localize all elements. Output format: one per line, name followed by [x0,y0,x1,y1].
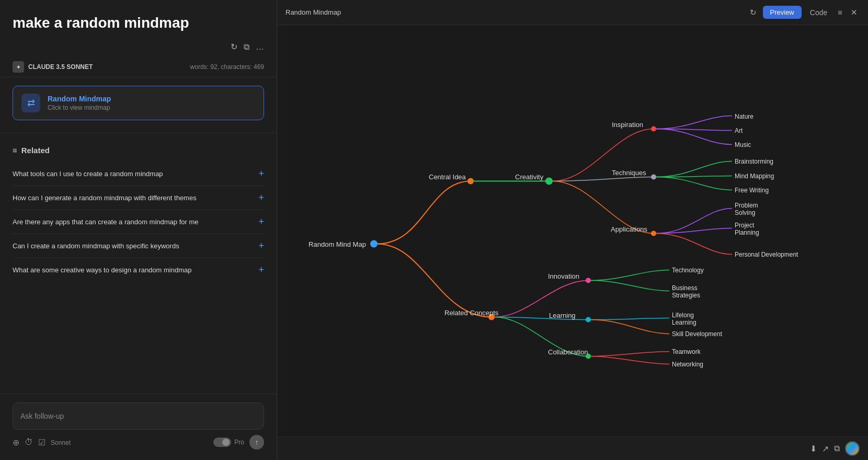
inspiration-node [651,126,656,132]
related-item-text: What are some creative ways to design a … [13,266,258,274]
techniques-label: Techniques [612,169,646,177]
skilldevelopment-label: Skill Development [672,330,723,338]
mindmap-card[interactable]: ⇄ Random Mindmap Click to view mindmap [13,86,264,120]
followup-input[interactable]: Ask follow-up [13,402,264,430]
businessstrategies-label2: Strategies [672,292,700,299]
related-item-plus-icon: + [258,216,264,227]
collaboration-label: Collaboration [548,348,588,356]
related-title: Related [21,146,50,155]
history-button[interactable]: ⏱ [25,438,33,447]
toggle-thumb [222,439,230,446]
more-button[interactable]: … [256,42,264,52]
central-label: Random Mind Map [309,240,366,248]
personaldevelopment-label: Personal Development [735,251,798,258]
send-button[interactable]: ↑ [249,435,264,450]
list-view-button[interactable]: ≡ [836,6,844,19]
projectplanning-label: Project [735,222,755,229]
teamwork-label: Teamwork [672,348,701,355]
businessstrategies-label: Business [672,284,698,292]
innovation-node [586,278,591,283]
mindmap-card-title: Random Mindmap [48,95,111,103]
applications-node [651,231,656,236]
mindmap-card-icon: ⇄ [21,94,40,112]
input-toolbar: ⊕ ⏱ ☑ Sonnet Pro ↑ [13,435,264,450]
toolbar: ↻ ⧉ … [0,42,277,57]
path-problemsolving [656,209,732,234]
add-button[interactable]: ⊕ [13,438,19,447]
sonnet-button[interactable]: Sonnet [51,438,71,447]
central-node [370,240,378,248]
model-name: CLAUDE 3.5 SONNET [28,63,93,71]
right-panel: Random Mindmap ↻ Preview Code ≡ ✕ .node-… [277,0,868,460]
input-area: Ask follow-up ⊕ ⏱ ☑ Sonnet Pro ↑ [0,394,277,460]
inspiration-label: Inspiration [612,121,643,129]
mindmapping-label: Mind Mapping [735,172,774,180]
model-badge: ✦ CLAUDE 3.5 SONNET [13,61,93,73]
learning-node [586,317,591,323]
nature-label: Nature [735,113,753,120]
refresh-button[interactable]: ↻ [231,42,237,52]
page-title: make a random mindmap [0,0,277,42]
list-button[interactable]: ☑ [38,438,45,447]
preview-actions: ↻ Preview Code ≡ ✕ [748,6,860,19]
related-item-text: What tools can I use to create a random … [13,170,258,178]
sonnet-label: Sonnet [51,439,71,446]
related-item-plus-icon: + [258,192,264,203]
path-brainstorming [656,162,732,177]
lifelonglearning-label2: Learning [672,319,696,326]
avatar [845,441,860,456]
code-tab[interactable]: Code [806,6,831,19]
path-techniques [553,177,654,181]
related-item-text: Are there any apps that can create a ran… [13,218,258,226]
path-related-concepts [378,244,492,317]
left-panel: make a random mindmap ↻ ⧉ … ✦ CLAUDE 3.5… [0,0,277,460]
art-label: Art [735,127,743,134]
related-item-text: How can I generate a random mindmap with… [13,194,258,202]
model-icon: ✦ [13,61,24,73]
close-button[interactable]: ✕ [849,6,860,19]
copy-button[interactable]: ⧉ [244,42,249,52]
path-lifelonglearning [591,318,669,320]
creativity-label: Creativity [515,173,544,181]
divider [0,133,277,133]
preview-header: Random Mindmap ↻ Preview Code ≡ ✕ [277,0,868,25]
related-item[interactable]: Are there any apps that can create a ran… [13,210,264,234]
mindmap-canvas: .node-label { fill: #e0e0e0; font-family… [277,25,868,436]
related-item-plus-icon: + [258,168,264,179]
preview-tab[interactable]: Preview [763,6,802,19]
preview-footer: ⬇ ↗ ⧉ [277,436,868,460]
input-placeholder: Ask follow-up [20,412,64,420]
applications-label: Applications [611,225,648,233]
technology-label: Technology [672,267,704,274]
path-nature [656,116,732,129]
external-link-icon[interactable]: ↗ [822,444,829,454]
problemsolving-label2: Solving [735,209,755,216]
learning-label: Learning [549,312,576,319]
related-item[interactable]: Can I create a random mindmap with speci… [13,234,264,258]
word-count: words: 92, characters: 469 [190,63,264,71]
mindmap-card-text: Random Mindmap Click to view mindmap [48,95,111,111]
mindmap-svg: .node-label { fill: #e0e0e0; font-family… [277,25,868,436]
brainstorming-label: Brainstorming [735,158,773,165]
techniques-node [651,175,656,180]
lifelonglearning-label: Lifelong [672,312,694,319]
copy-footer-icon[interactable]: ⧉ [834,444,840,453]
download-icon[interactable]: ⬇ [810,444,817,454]
creativity-node [545,178,553,185]
projectplanning-label2: Planning [735,229,759,236]
related-item[interactable]: How can I generate a random mindmap with… [13,186,264,210]
path-music [656,129,732,145]
related-item[interactable]: What are some creative ways to design a … [13,258,264,282]
related-item-text: Can I create a random mindmap with speci… [13,242,258,250]
related-concepts-label: Related Concepts [444,309,499,317]
refresh-preview-button[interactable]: ↻ [748,6,759,19]
related-item[interactable]: What tools can I use to create a random … [13,162,264,186]
toggle-track [213,438,231,447]
mindmap-card-subtitle: Click to view mindmap [48,104,111,111]
related-header: ≡ Related [13,146,264,155]
pro-toggle[interactable]: Pro [213,438,244,447]
related-item-plus-icon: + [258,240,264,251]
model-row: ✦ CLAUDE 3.5 SONNET words: 92, character… [0,57,277,77]
related-item-plus-icon: + [258,264,264,275]
input-tools-left: ⊕ ⏱ ☑ Sonnet [13,438,71,447]
